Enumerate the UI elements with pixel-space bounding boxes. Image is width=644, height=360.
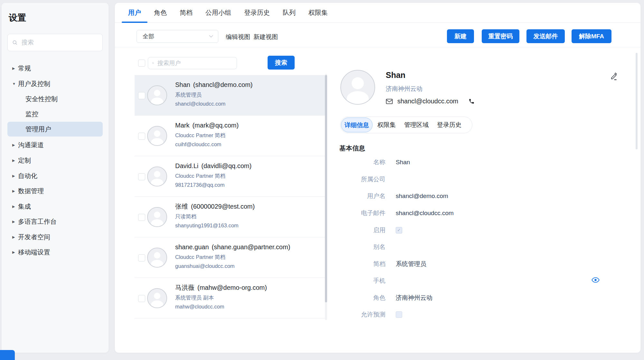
user-name: 张维(60000029@test.com): [175, 202, 255, 211]
tab-permission-sets[interactable]: 权限集: [302, 3, 334, 23]
tab-users[interactable]: 用户: [122, 3, 147, 23]
enabled-checkbox[interactable]: ✓: [396, 227, 402, 233]
avatar: [147, 207, 167, 227]
remove-mfa-button[interactable]: 解除MFA: [572, 29, 611, 43]
view-filter-dropdown[interactable]: 全部: [137, 30, 218, 43]
chevron-down-icon: [209, 35, 213, 38]
user-list-scrollbar[interactable]: [325, 74, 327, 320]
sidebar-item-general[interactable]: ▶常规: [2, 63, 109, 73]
reset-password-button[interactable]: 重置密码: [482, 29, 519, 43]
floating-button-fragment[interactable]: [0, 350, 15, 360]
avatar: [147, 85, 167, 105]
detail-tab-details[interactable]: 详细信息: [341, 118, 373, 132]
tab-roles[interactable]: 角色: [147, 3, 173, 23]
user-email: 981721736@qq.com: [175, 181, 251, 188]
user-email: mahw@cloudcc.com: [175, 303, 267, 310]
sidebar-item-monitoring[interactable]: 监控: [2, 109, 132, 119]
row-checkbox[interactable]: [138, 295, 145, 302]
sidebar-search-input[interactable]: [21, 39, 101, 46]
phone-icon[interactable]: [469, 98, 475, 104]
sidebar-item-developer-space[interactable]: ▶开发者空间: [2, 232, 109, 242]
select-all-checkbox[interactable]: [138, 60, 145, 67]
user-email: cuihf@cloudcc.com: [175, 141, 239, 148]
user-profile: Cloudcc Partner 简档: [175, 253, 290, 261]
detail-fields: 名称 Shan 所属公司 用户名 shancl@demo.com 电子邮件 sh…: [339, 141, 603, 320]
edit-view-link[interactable]: 编辑视图: [226, 33, 250, 41]
user-search-box[interactable]: [148, 57, 237, 69]
field-row-profile: 简档 系统管理员: [339, 260, 603, 268]
sidebar-search-box[interactable]: [7, 34, 103, 51]
user-row-mark[interactable]: Mark(mark@qq.com) Cloudcc Partner 简档 cui…: [135, 116, 325, 156]
settings-screen: 设置 ▶常规 ▼用户及控制 安全性控制 监控 管理用户 ▶沟通渠道 ▶定制 ▶自…: [0, 0, 644, 360]
user-email: guanshuai@cloudcc.com: [175, 262, 290, 270]
sidebar-item-customization[interactable]: ▶定制: [2, 155, 109, 166]
detail-tabbar: 详细信息 权限集 管理区域 登录历史: [340, 117, 472, 133]
user-profile: 只读简档: [175, 213, 255, 220]
sidebar-item-automation[interactable]: ▶自动化: [2, 171, 109, 181]
user-list: Shan(shancl@demo.com) 系统管理员 shancl@cloud…: [135, 75, 325, 321]
user-search-button[interactable]: 搜索: [268, 56, 295, 70]
scrollbar-thumb[interactable]: [325, 75, 327, 302]
mail-icon: [386, 99, 393, 104]
allow-forecast-checkbox[interactable]: [396, 311, 402, 318]
row-checkbox[interactable]: [138, 133, 145, 140]
new-view-link[interactable]: 新建视图: [253, 33, 278, 41]
user-name: Shan(shancl@demo.com): [175, 80, 253, 89]
tab-profiles[interactable]: 简档: [173, 3, 199, 23]
avatar: [147, 288, 167, 308]
detail-tab-managed-territories[interactable]: 管理区域: [400, 121, 433, 129]
eye-icon[interactable]: [592, 277, 600, 283]
detail-scrollbar[interactable]: [636, 53, 638, 149]
detail-company-link[interactable]: 济南神州云动: [386, 85, 422, 93]
detail-tab-permission-sets[interactable]: 权限集: [373, 121, 400, 129]
field-row-enabled: 启用 ✓: [339, 226, 603, 234]
user-row-zhangwei[interactable]: 张维(60000029@test.com) 只读简档 shanyuting199…: [135, 197, 325, 237]
field-row-username: 用户名 shancl@demo.com: [339, 192, 603, 200]
user-name: shane.guan(shane.guan@partner.com): [175, 242, 290, 251]
caret-right-icon: ▶: [12, 189, 18, 193]
tab-login-history[interactable]: 登录历史: [238, 3, 276, 23]
user-profile: 系统管理员 副本: [175, 294, 267, 301]
detail-tab-login-history[interactable]: 登录历史: [433, 121, 466, 129]
user-profile: 系统管理员: [175, 91, 253, 98]
caret-right-icon: ▶: [12, 235, 18, 239]
send-email-button[interactable]: 发送邮件: [526, 29, 565, 43]
user-name: 马洪薇(mahw@demo-org.com): [175, 283, 267, 292]
user-email: shanyuting1991@163.com: [175, 222, 255, 229]
user-row-davidli[interactable]: David.Li(davidli@qq.com) Cloudcc Partner…: [135, 156, 325, 197]
sidebar-item-manage-users[interactable]: 管理用户: [7, 122, 103, 137]
row-checkbox[interactable]: [138, 173, 145, 180]
row-checkbox[interactable]: [138, 254, 145, 261]
search-icon: [152, 61, 154, 66]
tab-public-groups[interactable]: 公用小组: [199, 3, 238, 23]
field-row-role: 角色 济南神州云动: [339, 294, 603, 302]
sidebar-item-users-control[interactable]: ▼用户及控制: [2, 79, 109, 89]
user-profile: Cloudcc Partner 简档: [175, 172, 251, 179]
caret-right-icon: ▶: [12, 143, 18, 147]
user-row-mahongwei[interactable]: 马洪薇(mahw@demo-org.com) 系统管理员 副本 mahw@clo…: [135, 278, 325, 318]
field-row-company: 所属公司: [339, 175, 603, 184]
user-name: David.Li(davidli@qq.com): [175, 161, 251, 170]
field-row-email: 电子邮件 shancl@cloudcc.com: [339, 209, 603, 217]
row-checkbox[interactable]: [138, 214, 145, 221]
sidebar-item-integration[interactable]: ▶集成: [2, 201, 109, 212]
field-row-allow-forecast: 允许预测: [339, 310, 603, 319]
sidebar-item-multilingual[interactable]: ▶多语言工作台: [2, 216, 109, 227]
new-button[interactable]: 新建: [447, 29, 474, 43]
page-title: 设置: [9, 12, 26, 24]
user-search-input[interactable]: [157, 60, 233, 67]
settings-sidebar: 设置 ▶常规 ▼用户及控制 安全性控制 监控 管理用户 ▶沟通渠道 ▶定制 ▶自…: [1, 3, 109, 353]
user-row-shan[interactable]: Shan(shancl@demo.com) 系统管理员 shancl@cloud…: [135, 75, 325, 116]
row-checkbox[interactable]: [138, 92, 145, 99]
sidebar-item-security-control[interactable]: 安全性控制: [2, 94, 132, 104]
edit-pencil-icon[interactable]: [610, 72, 619, 82]
tab-queues[interactable]: 队列: [276, 3, 302, 23]
detail-email[interactable]: shancl@cloudcc.com: [397, 98, 458, 105]
caret-right-icon: ▶: [12, 220, 18, 224]
sidebar-item-mobile-settings[interactable]: ▶移动端设置: [2, 247, 109, 257]
sidebar-item-data-management[interactable]: ▶数据管理: [2, 186, 109, 196]
user-row-shaneguan[interactable]: shane.guan(shane.guan@partner.com) Cloud…: [135, 237, 325, 278]
caret-right-icon: ▶: [12, 174, 18, 178]
sidebar-item-channels[interactable]: ▶沟通渠道: [2, 140, 109, 150]
detail-user-name: Shan: [386, 71, 405, 80]
